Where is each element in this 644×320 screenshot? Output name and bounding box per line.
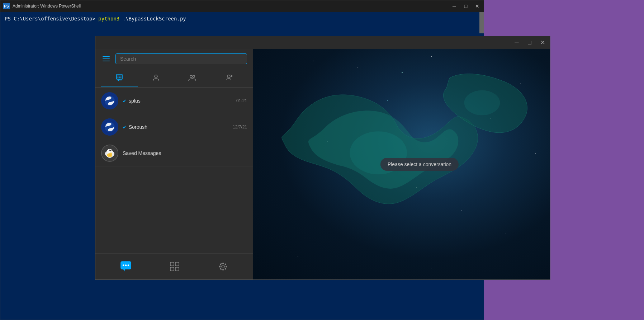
svg-point-7 [227,75,230,78]
svg-point-4 [155,75,157,78]
ps-maximize-button[interactable]: □ [462,3,469,10]
contacts-icon [152,74,160,82]
search-input[interactable] [120,56,242,62]
chat-name-row-splus: ✔ splus 01:21 [123,98,247,104]
app-close-button[interactable]: ✕ [539,39,546,47]
chats-icon [115,74,124,82]
bottom-settings-icon [218,262,228,272]
tab-chats[interactable] [101,70,138,86]
bottom-chats-icon [120,261,132,272]
chat-info-saved: Saved Messages [123,150,247,156]
svg-point-44 [464,90,500,115]
svg-point-39 [220,264,221,265]
ps-command-suffix: .\BypassLockScreen.py [119,16,186,22]
svg-point-3 [120,77,121,78]
svg-point-25 [123,264,124,266]
svg-point-40 [224,268,226,270]
ps-scrollbar[interactable] [479,12,484,33]
chat-name-saved: Saved Messages [123,150,161,156]
app-window: ─ □ ✕ [95,36,550,280]
svg-point-5 [190,75,192,77]
soroush-name-text: Soroush [129,124,147,130]
chat-name-splus: ✔ splus [123,98,141,104]
bottom-nav-settings[interactable] [215,259,231,274]
chat-item-splus[interactable]: ✔ splus 01:21 [95,88,253,114]
tab-groups[interactable] [174,70,211,86]
svg-rect-30 [175,262,179,266]
chat-name-soroush: ✔ Soroush [123,124,147,130]
chat-item-saved[interactable]: Saved Messages [95,140,253,166]
powershell-content: PS C:\Users\offensive\Desktop> python3 .… [0,12,484,25]
app-minimize-button[interactable]: ─ [513,39,521,47]
hamburger-line-3 [103,61,110,61]
svg-point-22 [110,152,111,152]
avatar-saved [101,145,118,162]
bottom-apps-icon [170,262,180,272]
svg-marker-28 [123,269,125,272]
avatar-soroush [101,118,118,136]
nav-tabs [95,69,253,88]
splus-name-text: splus [129,98,141,104]
powershell-icon: PS [3,3,10,9]
hamburger-menu-button[interactable] [101,55,111,63]
ps-minimize-button[interactable]: ─ [451,3,458,10]
calls-icon [224,74,233,82]
splus-logo [101,92,118,109]
svg-point-41 [220,268,221,270]
svg-point-33 [222,265,224,268]
app-titlebar: ─ □ ✕ [95,36,550,49]
hamburger-line-1 [103,56,110,57]
svg-point-37 [219,266,221,267]
svg-point-20 [110,152,112,154]
svg-rect-29 [170,262,174,266]
avatar-splus [101,92,118,109]
svg-point-27 [128,264,129,266]
svg-point-0 [116,74,123,81]
hamburger-line-2 [103,58,110,59]
select-conversation-bubble: Please select a conversation [380,158,459,171]
chat-list: ✔ splus 01:21 [95,88,253,253]
svg-rect-23 [108,155,111,156]
app-body: ✔ splus 01:21 [95,49,550,279]
ps-title-left: PS Administrator: Windows PowerShell [3,3,81,9]
bottom-nav-apps[interactable] [167,259,183,274]
svg-point-26 [125,264,127,266]
bottom-nav-chats[interactable] [117,258,134,275]
sidebar-header [95,49,253,69]
svg-point-6 [193,75,195,77]
verified-badge-splus: ✔ [123,98,127,104]
powershell-title: Administrator: Windows PowerShell [13,4,81,9]
chat-item-soroush[interactable]: ✔ Soroush 12/7/21 [95,114,253,140]
tab-contacts[interactable] [138,70,174,86]
svg-point-42 [224,264,226,265]
tab-calls[interactable] [210,70,247,86]
chat-time-soroush: 12/7/21 [233,124,247,130]
svg-point-2 [119,77,120,78]
svg-rect-31 [170,267,174,271]
soroush-logo [101,118,118,136]
groups-icon [188,74,196,82]
sidebar: ✔ splus 01:21 [95,49,253,279]
main-content: Please select a conversation [253,49,550,279]
verified-badge-soroush: ✔ [123,124,127,130]
svg-point-35 [222,263,224,264]
powershell-titlebar: PS Administrator: Windows PowerShell ─ □… [0,0,484,12]
svg-point-1 [117,77,118,78]
ps-prompt: PS C:\Users\offensive\Desktop> [5,16,98,22]
search-input-wrapper [115,53,247,64]
chat-info-soroush: ✔ Soroush 12/7/21 [123,124,247,130]
svg-point-36 [222,269,224,270]
svg-rect-32 [175,267,179,271]
ps-close-button[interactable]: ✕ [474,3,481,10]
select-conversation-text: Please select a conversation [388,161,451,167]
ps-controls: ─ □ ✕ [451,3,481,10]
svg-point-38 [226,266,227,267]
chat-name-row-soroush: ✔ Soroush 12/7/21 [123,124,247,130]
saved-name-text: Saved Messages [123,150,161,156]
app-maximize-button[interactable]: □ [526,39,534,47]
bottom-nav [95,253,253,279]
chat-name-row-saved: Saved Messages [123,150,247,156]
chat-info-splus: ✔ splus 01:21 [123,98,247,104]
chat-time-splus: 01:21 [236,98,247,103]
ps-command: python3 [98,16,119,22]
